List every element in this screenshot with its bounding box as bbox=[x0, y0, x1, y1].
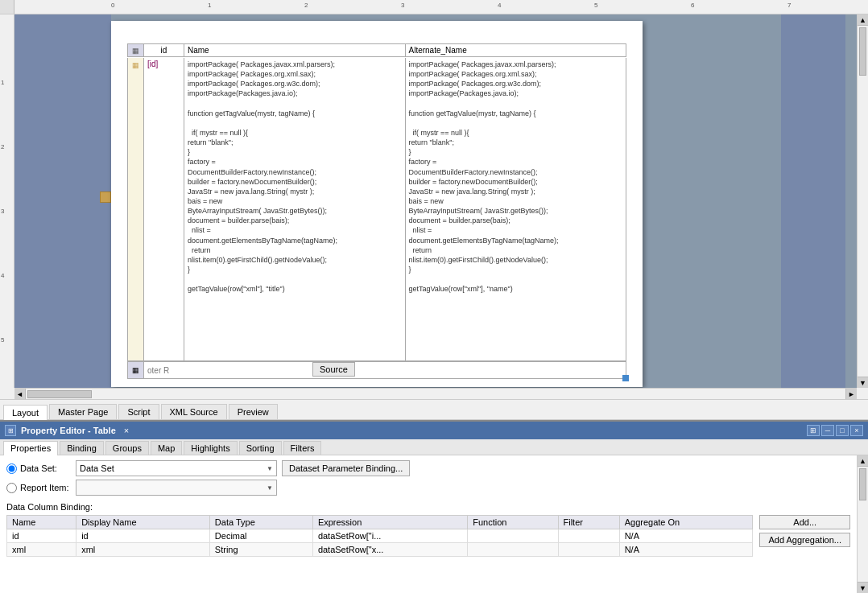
right-panel bbox=[781, 14, 845, 388]
titlebar-minimize-btn[interactable]: ─ bbox=[821, 425, 834, 436]
editor-tabs-bar: Layout Master Page Script XML Source Pre… bbox=[0, 399, 868, 420]
ruler-mark-6: 6 bbox=[691, 2, 694, 9]
row-icon-cell: ▦ bbox=[128, 58, 144, 360]
prop-tab-filters[interactable]: Filters bbox=[283, 441, 322, 455]
titlebar-actions: ⊞ ─ □ × bbox=[807, 425, 863, 436]
selection-handle[interactable] bbox=[622, 375, 629, 381]
col-header-function: Function bbox=[468, 516, 558, 529]
ruler-mark-7: 7 bbox=[787, 2, 791, 9]
vscroll-up-btn[interactable]: ▲ bbox=[858, 14, 868, 26]
prop-scroll-down-btn[interactable]: ▼ bbox=[858, 582, 868, 593]
report-item-radio[interactable] bbox=[6, 483, 17, 493]
row-id-cell: [id] bbox=[144, 58, 184, 360]
row-type-xml: String bbox=[209, 543, 312, 557]
vscroll-thumb[interactable] bbox=[859, 27, 866, 76]
prop-tab-highlights[interactable]: Highlights bbox=[184, 441, 237, 455]
canvas-hscrollbar[interactable]: ◄ ► bbox=[14, 388, 857, 399]
report-item-dropdown-arrow: ▼ bbox=[267, 484, 273, 492]
property-content-wrapper: Data Set: Data Set ▼ Dataset Parameter B… bbox=[0, 455, 868, 593]
ruler-v-1: 1 bbox=[1, 79, 4, 86]
row-filter-id bbox=[558, 529, 619, 543]
row-name-id: id bbox=[7, 529, 76, 543]
prop-tab-properties[interactable]: Properties bbox=[3, 441, 58, 455]
tab-layout[interactable]: Layout bbox=[3, 405, 48, 420]
left-panel-icon bbox=[100, 191, 111, 203]
prop-tab-sorting[interactable]: Sorting bbox=[239, 441, 282, 455]
col-header-expression: Expression bbox=[312, 516, 467, 529]
hscroll-thumb[interactable] bbox=[27, 390, 92, 398]
row-display-xml: xml bbox=[76, 543, 210, 557]
side-buttons: Add... Add Aggregation... bbox=[759, 515, 850, 557]
prop-tab-map[interactable]: Map bbox=[151, 441, 182, 455]
table-header-icon-cell: ▦ bbox=[128, 44, 144, 56]
row-expr-id: dataSetRow["i... bbox=[312, 529, 467, 543]
hscroll-left-btn[interactable]: ◄ bbox=[14, 389, 26, 399]
property-editor-panel: ⊞ Property Editor - Table × ⊞ ─ □ × Prop… bbox=[0, 420, 868, 593]
dataset-param-btn[interactable]: Dataset Parameter Binding... bbox=[282, 460, 410, 476]
prop-tab-groups[interactable]: Groups bbox=[105, 441, 149, 455]
table-row[interactable]: id id Decimal dataSetRow["i... N/A bbox=[7, 529, 753, 543]
col-header-data-type: Data Type bbox=[209, 516, 312, 529]
report-item-dropdown[interactable]: ▼ bbox=[76, 480, 277, 496]
dataset-dropdown[interactable]: Data Set ▼ bbox=[76, 460, 277, 476]
vertical-ruler: 1 2 3 4 5 bbox=[0, 14, 14, 388]
prop-tab-binding[interactable]: Binding bbox=[60, 441, 104, 455]
tab-script[interactable]: Script bbox=[118, 404, 159, 419]
left-panel bbox=[14, 14, 111, 388]
table-footer: ▦ oter R bbox=[127, 361, 626, 379]
property-editor-icon: ⊞ bbox=[5, 425, 16, 436]
prop-scroll-thumb[interactable] bbox=[859, 468, 866, 500]
ruler-mark-1: 1 bbox=[208, 2, 211, 9]
row-expr-xml: dataSetRow["x... bbox=[312, 543, 467, 557]
ruler-v-4: 4 bbox=[1, 272, 4, 279]
ruler-mark-5: 5 bbox=[594, 2, 597, 9]
dataset-dropdown-arrow: ▼ bbox=[267, 465, 273, 472]
property-editor-close-icon[interactable]: × bbox=[124, 426, 129, 435]
row-display-id: id bbox=[76, 529, 210, 543]
hscroll-right-btn[interactable]: ► bbox=[845, 389, 857, 399]
tab-master-page[interactable]: Master Page bbox=[49, 404, 117, 419]
canvas-area: ▦ id Name Alternate_Name ▦ [id] i bbox=[14, 14, 857, 388]
titlebar-restore-btn[interactable]: ⊞ bbox=[807, 425, 820, 436]
titlebar-close-btn[interactable]: × bbox=[850, 425, 863, 436]
prop-scroll-track bbox=[858, 467, 868, 582]
row-type-id: Decimal bbox=[209, 529, 312, 543]
code-cell-1: importPackage( Packages.javax.xml.parser… bbox=[184, 58, 406, 360]
ruler-mark-2: 2 bbox=[304, 2, 308, 9]
tab-preview[interactable]: Preview bbox=[229, 404, 278, 419]
table-data-row: ▦ [id] importPackage( Packages.javax.xml… bbox=[127, 58, 626, 361]
row-fn-id bbox=[468, 529, 558, 543]
prop-vscrollbar[interactable]: ▲ ▼ bbox=[857, 455, 868, 593]
col-id-header: id bbox=[144, 44, 184, 56]
tab-xml-source[interactable]: XML Source bbox=[161, 404, 227, 419]
property-editor-titlebar: ⊞ Property Editor - Table × ⊞ ─ □ × bbox=[0, 422, 868, 439]
row-fn-xml bbox=[468, 543, 558, 557]
canvas-vscrollbar[interactable]: ▲ ▼ bbox=[857, 14, 868, 388]
data-table-area: Name Display Name Data Type Expression F… bbox=[6, 515, 850, 557]
ruler-mark-0: 0 bbox=[111, 2, 114, 9]
hscroll-track bbox=[26, 389, 845, 399]
titlebar-maximize-btn[interactable]: □ bbox=[836, 425, 849, 436]
dataset-radio[interactable] bbox=[6, 463, 17, 474]
col-header-name: Name bbox=[7, 516, 76, 529]
footer-icon-cell: ▦ bbox=[128, 362, 144, 378]
horizontal-ruler: 0 1 2 3 4 5 6 7 bbox=[0, 0, 868, 14]
col-name-header: Name bbox=[184, 44, 406, 56]
report-item-radio-label: Report Item: bbox=[6, 483, 71, 493]
ruler-corner bbox=[0, 0, 14, 14]
row-aggr-id: N/A bbox=[619, 529, 753, 543]
prop-scroll-up-btn[interactable]: ▲ bbox=[858, 455, 868, 467]
add-button[interactable]: Add... bbox=[759, 515, 850, 529]
ruler-v-2: 2 bbox=[1, 143, 4, 150]
vscroll-down-btn[interactable]: ▼ bbox=[858, 377, 868, 388]
vscroll-track bbox=[858, 26, 868, 377]
ruler-v-5: 5 bbox=[1, 336, 4, 344]
add-aggregation-button[interactable]: Add Aggregation... bbox=[759, 533, 850, 547]
source-tab-label[interactable]: Source bbox=[312, 362, 355, 377]
row-aggr-xml: N/A bbox=[619, 543, 753, 557]
data-column-binding-label: Data Column Binding: bbox=[6, 502, 850, 512]
table-row[interactable]: xml xml String dataSetRow["x... N/A bbox=[7, 543, 753, 557]
data-columns-table: Name Display Name Data Type Expression F… bbox=[6, 515, 753, 557]
titlebar-left: ⊞ Property Editor - Table × bbox=[5, 425, 129, 436]
row-name-xml: xml bbox=[7, 543, 76, 557]
